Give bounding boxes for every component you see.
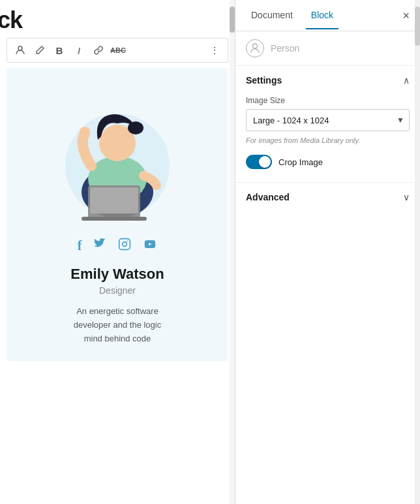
advanced-title: Advanced bbox=[246, 192, 290, 202]
settings-collapse-icon[interactable]: ∧ bbox=[403, 75, 410, 86]
svg-point-6 bbox=[128, 121, 143, 134]
social-icons: f bbox=[78, 238, 158, 254]
crop-image-row: Crop Image bbox=[246, 155, 410, 169]
image-size-hint: For images from Media Library only. bbox=[246, 136, 410, 144]
person-label: Person bbox=[271, 43, 299, 54]
svg-rect-9 bbox=[82, 217, 147, 221]
tab-block[interactable]: Block bbox=[306, 2, 338, 29]
facebook-icon[interactable]: f bbox=[78, 238, 82, 253]
advanced-chevron-icon[interactable]: ∨ bbox=[403, 192, 410, 202]
svg-point-11 bbox=[123, 242, 127, 247]
settings-section: Settings ∧ Image Size Large - 1024 x 102… bbox=[235, 66, 420, 182]
toggle-thumb bbox=[259, 156, 271, 168]
right-panel: Document Block × Person Settings ∧ Image… bbox=[235, 0, 420, 504]
svg-rect-8 bbox=[90, 187, 138, 213]
svg-point-4 bbox=[80, 127, 90, 137]
svg-rect-10 bbox=[119, 239, 130, 250]
strikethrough-icon[interactable]: ABC bbox=[110, 42, 126, 58]
pencil-icon[interactable] bbox=[32, 42, 48, 58]
youtube-icon[interactable] bbox=[143, 238, 157, 253]
twitter-icon[interactable] bbox=[93, 238, 106, 253]
editor-toolbar: B I ABC ⋮ bbox=[7, 38, 228, 63]
svg-point-13 bbox=[253, 44, 258, 48]
svg-point-12 bbox=[127, 241, 128, 242]
instagram-icon[interactable] bbox=[118, 238, 131, 254]
more-options-icon[interactable]: ⋮ bbox=[207, 42, 222, 58]
close-panel-button[interactable]: × bbox=[402, 10, 410, 22]
right-scrollbar[interactable] bbox=[415, 0, 420, 504]
profile-card: f Emily Watson Designer An energetic sof… bbox=[7, 68, 228, 361]
ck-logo: ck bbox=[0, 0, 235, 38]
bold-icon[interactable]: B bbox=[52, 42, 67, 58]
crop-image-label: Crop Image bbox=[278, 157, 323, 167]
image-size-select[interactable]: Large - 1024 x 1024 Medium - 300 x 300 T… bbox=[246, 109, 410, 131]
person-icon[interactable] bbox=[12, 42, 28, 58]
person-row: Person bbox=[235, 31, 420, 66]
left-scrollbar[interactable] bbox=[230, 0, 235, 504]
tab-document[interactable]: Document bbox=[246, 2, 298, 29]
settings-header: Settings ∧ bbox=[246, 75, 410, 86]
crop-image-toggle[interactable] bbox=[246, 155, 272, 169]
profile-bio: An energetic software developer and the … bbox=[74, 305, 161, 345]
svg-point-0 bbox=[18, 46, 22, 50]
settings-title: Settings bbox=[246, 75, 282, 86]
advanced-section[interactable]: Advanced ∨ bbox=[235, 183, 420, 212]
image-size-label: Image Size bbox=[246, 96, 410, 105]
profile-name: Emily Watson bbox=[70, 266, 164, 283]
profile-title: Designer bbox=[99, 285, 136, 296]
link-icon[interactable] bbox=[91, 42, 106, 58]
italic-icon[interactable]: I bbox=[71, 42, 87, 58]
panel-tabs: Document Block × bbox=[235, 0, 420, 31]
person-block-icon bbox=[246, 39, 264, 57]
image-size-select-wrapper: Large - 1024 x 1024 Medium - 300 x 300 T… bbox=[246, 109, 410, 131]
profile-image bbox=[52, 81, 183, 225]
settings-panel: Document Block × Person Settings ∧ Image… bbox=[235, 0, 420, 504]
